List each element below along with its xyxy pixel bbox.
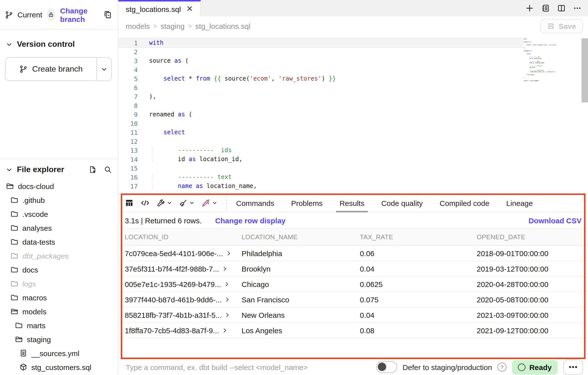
- editor-minimap[interactable]: withsource as ( select * from {{ source(…: [524, 38, 556, 82]
- search-icon[interactable]: [104, 166, 112, 174]
- more-options-icon[interactable]: [573, 4, 582, 12]
- download-csv-link[interactable]: Download CSV: [529, 216, 582, 225]
- panel-tab-compiled-code[interactable]: Compiled code: [431, 194, 498, 212]
- tree-item-marts[interactable]: marts: [11, 318, 111, 332]
- tree-item-logs[interactable]: logs: [6, 277, 111, 290]
- code-line-6[interactable]: 6: [118, 83, 523, 92]
- tree-item-label: dbt_packages: [22, 251, 69, 260]
- cell-location-id: 7c079cea-5ed4-4101-906e-...: [125, 249, 242, 257]
- tree-item--sources-yml[interactable]: __sources.yml: [15, 346, 111, 360]
- new-file-icon[interactable]: [88, 166, 96, 174]
- cell-location-id: 3977f440-b87d-461b-9dd6-...: [125, 295, 242, 304]
- indent-guide: [152, 183, 153, 189]
- table-row: 1f8ffa70-7cb5-4d83-8a7f-9...Los Angeles0…: [118, 323, 588, 338]
- cell-opened-date: 2018-09-01T00:00:00: [477, 249, 588, 257]
- line-number: 3: [118, 57, 138, 64]
- tab-stg-locations-sql[interactable]: stg_locations.sql ✕: [118, 0, 201, 16]
- ready-status-badge[interactable]: Ready: [512, 360, 558, 374]
- code-line-2[interactable]: 2: [118, 47, 523, 56]
- cell-opened-date: 2021-09-12T00:00:00: [477, 326, 588, 334]
- change-row-display-link[interactable]: Change row display: [215, 216, 286, 225]
- tree-item-stg-customers-yml[interactable]: stg_customers.yml: [15, 374, 111, 375]
- code-line-11[interactable]: 11 select: [118, 128, 523, 137]
- panel-tab-lineage[interactable]: Lineage: [498, 194, 541, 212]
- file-explorer-header[interactable]: File explorer: [0, 159, 118, 176]
- file-icon: [19, 349, 27, 357]
- code-line-9[interactable]: 9renamed as (: [118, 110, 523, 119]
- line-number: 8: [118, 102, 138, 109]
- editor-scrollbar[interactable]: [582, 38, 588, 102]
- tree-item-docs-cloud[interactable]: docs-cloud: [2, 179, 111, 193]
- code-line-16[interactable]: 16 ---------- text: [118, 173, 523, 182]
- panel-tab-problems[interactable]: Problems: [283, 194, 331, 212]
- panel-tab-results[interactable]: Results: [331, 194, 373, 212]
- code-line-8[interactable]: 8: [118, 101, 523, 110]
- panel-tab-commands[interactable]: Commands: [228, 194, 283, 212]
- code-line-15[interactable]: 15: [118, 164, 523, 173]
- breadcrumb-item[interactable]: staging: [161, 22, 185, 30]
- code-line-7[interactable]: 7),: [118, 92, 523, 101]
- tree-item--github[interactable]: .github: [6, 193, 111, 207]
- preview-table-button[interactable]: [125, 198, 134, 207]
- code-editor[interactable]: 1with23source as (45 select * from {{ so…: [118, 36, 588, 193]
- status-more-button[interactable]: [563, 359, 583, 375]
- version-control-header[interactable]: Version control: [0, 30, 118, 49]
- tree-item-dbt-packages[interactable]: dbt_packages: [6, 249, 111, 263]
- tree-item-analyses[interactable]: analyses: [6, 221, 111, 235]
- line-number: 13: [118, 146, 138, 154]
- chevron-down-icon: [6, 166, 12, 173]
- expand-cell-icon[interactable]: [222, 328, 228, 333]
- tree-item-label: docs-cloud: [18, 182, 54, 190]
- split-editor-icon[interactable]: [557, 4, 566, 12]
- breadcrumb-item[interactable]: models: [126, 22, 150, 30]
- expand-cell-icon[interactable]: [224, 281, 229, 287]
- code-line-4[interactable]: 4: [118, 65, 523, 74]
- tree-item-staging[interactable]: staging: [11, 332, 111, 346]
- tree-item-data-tests[interactable]: data-tests: [6, 235, 111, 249]
- line-number: 1: [118, 39, 138, 47]
- copilot-button[interactable]: [201, 198, 217, 207]
- code-line-17[interactable]: 17 name as location_name,: [118, 182, 523, 190]
- notebook-icon[interactable]: [541, 4, 550, 12]
- editor-tabbar: stg_locations.sql ✕: [118, 0, 588, 17]
- cell-location-name: Chicago: [242, 280, 360, 288]
- status-circle-icon: [518, 363, 525, 371]
- column-header-opened_date: OPENED_DATE: [477, 233, 588, 241]
- tree-item--vscode[interactable]: .vscode: [6, 207, 111, 221]
- copy-icon[interactable]: [103, 10, 112, 19]
- defer-toggle[interactable]: [376, 361, 397, 373]
- format-button[interactable]: [179, 199, 194, 207]
- line-number: 11: [118, 129, 138, 136]
- tree-item-docs[interactable]: docs: [6, 263, 111, 277]
- folder-icon: [10, 293, 18, 301]
- expand-cell-icon[interactable]: [225, 297, 230, 302]
- expand-cell-icon[interactable]: [222, 266, 228, 271]
- code-line-12[interactable]: 12: [118, 137, 523, 146]
- code-line-14[interactable]: 14 id as location_id,: [118, 155, 523, 164]
- code-line-5[interactable]: 5 select * from {{ source('ecom', 'raw_s…: [118, 74, 523, 83]
- code-line-1[interactable]: 1with: [118, 38, 523, 47]
- code-line-10[interactable]: 10: [118, 119, 523, 128]
- change-branch-link[interactable]: Change branch: [60, 6, 99, 23]
- tree-item-macros[interactable]: macros: [6, 290, 111, 304]
- breadcrumb-item[interactable]: stg_locations.sql: [195, 22, 251, 30]
- code-line-13[interactable]: 13 ---------- ids: [118, 146, 523, 155]
- close-tab-icon[interactable]: ✕: [186, 5, 193, 13]
- create-branch-menu-button[interactable]: [96, 58, 111, 81]
- code-line-3[interactable]: 3source as (: [118, 56, 523, 65]
- save-button[interactable]: Save: [540, 19, 583, 33]
- help-icon[interactable]: ?: [498, 363, 506, 372]
- tree-item-models[interactable]: models: [6, 304, 111, 318]
- build-button[interactable]: [157, 199, 172, 207]
- new-tab-icon[interactable]: [525, 4, 534, 12]
- command-input[interactable]: [125, 362, 340, 372]
- tree-item-stg-customers-sql[interactable]: stg_customers.sql: [15, 360, 111, 374]
- panel-tab-code-quality[interactable]: Code quality: [373, 194, 431, 212]
- compile-code-button[interactable]: [141, 198, 150, 207]
- create-branch-button[interactable]: Create branch: [5, 58, 96, 81]
- expand-cell-icon[interactable]: [226, 250, 231, 256]
- version-control-title: Version control: [17, 40, 75, 49]
- line-content: select: [138, 129, 185, 136]
- expand-cell-icon[interactable]: [225, 312, 230, 318]
- git-branch-icon: [19, 65, 27, 73]
